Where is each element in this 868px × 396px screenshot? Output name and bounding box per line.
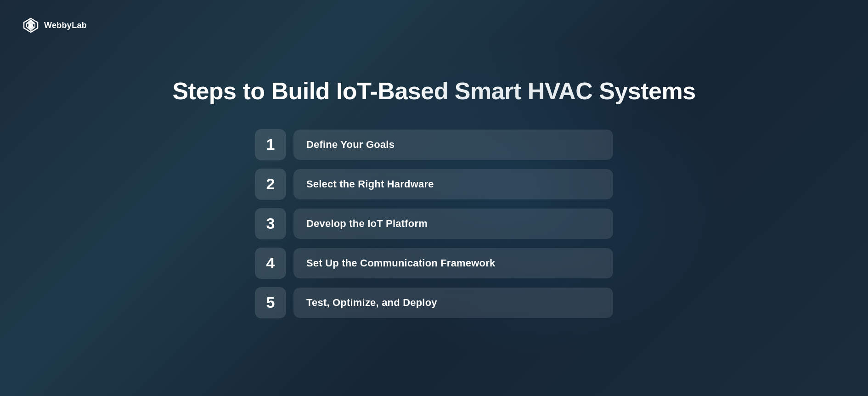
step-label-1: Define Your Goals — [293, 130, 613, 160]
step-label-2: Select the Right Hardware — [293, 169, 613, 199]
step-row: 2Select the Right Hardware — [255, 169, 613, 200]
logo: WebbyLab — [22, 17, 87, 34]
step-row: 4Set Up the Communication Framework — [255, 248, 613, 279]
step-label-5: Test, Optimize, and Deploy — [293, 288, 613, 318]
step-number-1: 1 — [255, 129, 286, 160]
step-row: 1Define Your Goals — [255, 129, 613, 160]
logo-text: WebbyLab — [44, 21, 87, 30]
step-number-2: 2 — [255, 169, 286, 200]
step-label-3: Develop the IoT Platform — [293, 209, 613, 239]
step-row: 5Test, Optimize, and Deploy — [255, 287, 613, 318]
step-row: 3Develop the IoT Platform — [255, 208, 613, 239]
step-number-3: 3 — [255, 208, 286, 239]
step-number-5: 5 — [255, 287, 286, 318]
steps-list: 1Define Your Goals2Select the Right Hard… — [255, 129, 613, 318]
step-label-4: Set Up the Communication Framework — [293, 248, 613, 278]
main-content: Steps to Build IoT-Based Smart HVAC Syst… — [0, 0, 868, 396]
step-number-4: 4 — [255, 248, 286, 279]
page-title: Steps to Build IoT-Based Smart HVAC Syst… — [172, 78, 695, 105]
webbylab-logo-icon — [22, 17, 39, 34]
